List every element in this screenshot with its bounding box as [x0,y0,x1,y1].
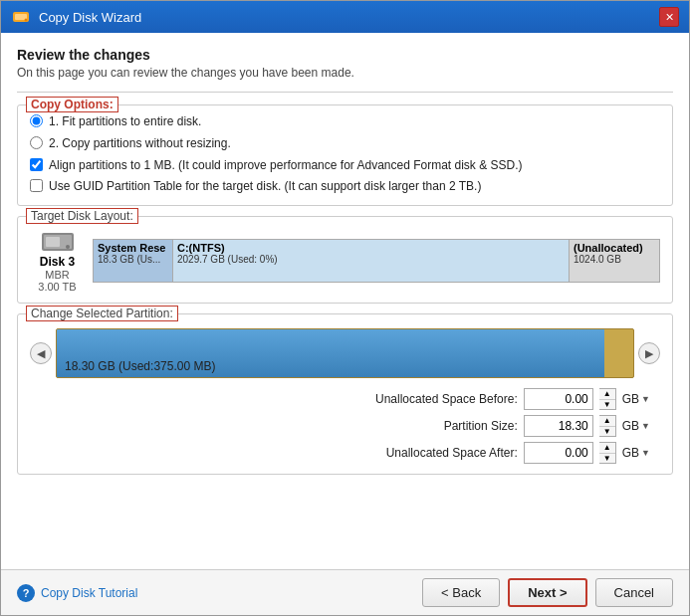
main-content: Review the changes On this page you can … [1,33,689,569]
partition-c-detail: 2029.7 GB (Used: 0%) [177,254,565,265]
option-1-row: 1. Fit partitions to entire disk. [30,113,660,130]
partition-sys-detail: 18.3 GB (Us... [98,254,168,265]
option-1-radio[interactable] [30,114,43,127]
partition-bar-label: 18.30 GB (Used:375.00 MB) [65,359,215,373]
disk-type: MBR [45,269,69,281]
close-button[interactable]: ✕ [659,7,679,27]
partition-size-up[interactable]: ▲ [599,416,615,427]
disk-info: Disk 3 MBR 3.00 TB [30,229,85,293]
tutorial-link[interactable]: ? Copy Disk Tutorial [17,584,137,602]
partition-size-spinner[interactable]: ▲ ▼ [599,415,616,437]
disk-size: 3.00 TB [38,281,76,293]
partition-size-label: Partition Size: [40,419,518,433]
copy-options-label: Copy Options: [26,97,118,112]
option-2-text: 2. Copy partitions without resizing. [49,135,231,152]
svg-point-2 [25,19,28,22]
title-bar: Copy Disk Wizard ✕ [1,1,689,33]
target-disk-label: Target Disk Layout: [26,208,138,224]
footer: ? Copy Disk Tutorial < Back Next > Cance… [1,569,689,615]
partition-c-label: C:(NTFS) [177,242,565,254]
partition-size-unit[interactable]: GB ▼ [622,419,650,433]
option-3-text: Align partitions to 1 MB. (It could impr… [49,157,523,174]
option-2-row: 2. Copy partitions without resizing. [30,135,660,152]
partition-c[interactable]: C:(NTFS) 2029.7 GB (Used: 0%) [173,240,570,282]
partition-visual-row: ◀ 18.30 GB (Used:375.00 MB) ▶ [30,328,660,378]
cancel-button[interactable]: Cancel [595,578,673,607]
disk-drive-icon [40,229,76,255]
next-button[interactable]: Next > [508,578,586,607]
unalloc-before-unit-arrow: ▼ [641,394,650,404]
change-partition-section: Change Selected Partition: ◀ 18.30 GB (U… [17,313,673,475]
disk-partitions: System Rese 18.3 GB (Us... C:(NTFS) 2029… [93,239,660,283]
unalloc-after-unit-text: GB [622,446,639,460]
unalloc-before-unit[interactable]: GB ▼ [622,392,650,406]
tutorial-text: Copy Disk Tutorial [41,586,137,600]
option-2-radio[interactable] [30,136,43,149]
unalloc-before-up[interactable]: ▲ [599,389,615,400]
option-4-checkbox[interactable] [30,179,43,192]
unalloc-before-input[interactable] [524,388,593,410]
partition-size-unit-arrow: ▼ [641,421,650,431]
back-button[interactable]: < Back [422,578,500,607]
option-4-row: Use GUID Partition Table for the target … [30,178,660,195]
next-partition-button[interactable]: ▶ [638,342,660,364]
unalloc-after-spinner[interactable]: ▲ ▼ [599,442,616,464]
option-3-checkbox[interactable] [30,158,43,171]
disk-layout: Disk 3 MBR 3.00 TB System Rese 18.3 GB (… [30,229,660,293]
unalloc-after-down[interactable]: ▼ [599,454,615,464]
option-1-text: 1. Fit partitions to entire disk. [49,113,201,130]
partition-unallocated[interactable]: (Unallocated) 1024.0 GB [570,240,659,282]
unalloc-after-unit-arrow: ▼ [641,448,650,458]
divider [17,92,673,93]
svg-point-6 [66,245,70,249]
unalloc-before-label: Unallocated Space Before: [40,392,518,406]
page-subtitle: On this page you can review the changes … [17,66,673,80]
partition-size-down[interactable]: ▼ [599,427,615,437]
prev-partition-button[interactable]: ◀ [30,342,52,364]
unalloc-after-unit[interactable]: GB ▼ [622,446,650,460]
option-4-text: Use GUID Partition Table for the target … [49,178,481,195]
copy-options-section: Copy Options: 1. Fit partitions to entir… [17,104,673,206]
help-icon: ? [17,584,35,602]
wizard-window: Copy Disk Wizard ✕ Review the changes On… [0,0,690,616]
app-icon [11,7,31,27]
unalloc-before-unit-text: GB [622,392,639,406]
partition-system[interactable]: System Rese 18.3 GB (Us... [94,240,173,282]
partition-size-unit-text: GB [622,419,639,433]
partition-unalloc-label: (Unallocated) [574,242,655,254]
page-title: Review the changes [17,47,673,63]
target-disk-section: Target Disk Layout: Disk 3 MBR 3.00 TB [17,216,673,304]
title-bar-left: Copy Disk Wizard [11,7,141,27]
option-3-row: Align partitions to 1 MB. (It could impr… [30,157,660,174]
disk-name: Disk 3 [40,255,75,269]
unalloc-before-spinner[interactable]: ▲ ▼ [599,388,616,410]
partition-unalloc-detail: 1024.0 GB [574,254,655,265]
partition-fields: Unallocated Space Before: ▲ ▼ GB ▼ Parti… [30,388,660,464]
footer-buttons: < Back Next > Cancel [422,578,673,607]
unalloc-after-label: Unallocated Space After: [40,446,518,460]
title-text: Copy Disk Wizard [39,10,141,25]
svg-rect-5 [46,237,60,247]
partition-size-input[interactable] [524,415,593,437]
partition-sys-label: System Rese [98,242,168,254]
unalloc-after-up[interactable]: ▲ [599,443,615,454]
partition-bar: 18.30 GB (Used:375.00 MB) [56,328,634,378]
unalloc-before-down[interactable]: ▼ [599,400,615,410]
unalloc-after-input[interactable] [524,442,593,464]
change-partition-label: Change Selected Partition: [26,306,178,321]
